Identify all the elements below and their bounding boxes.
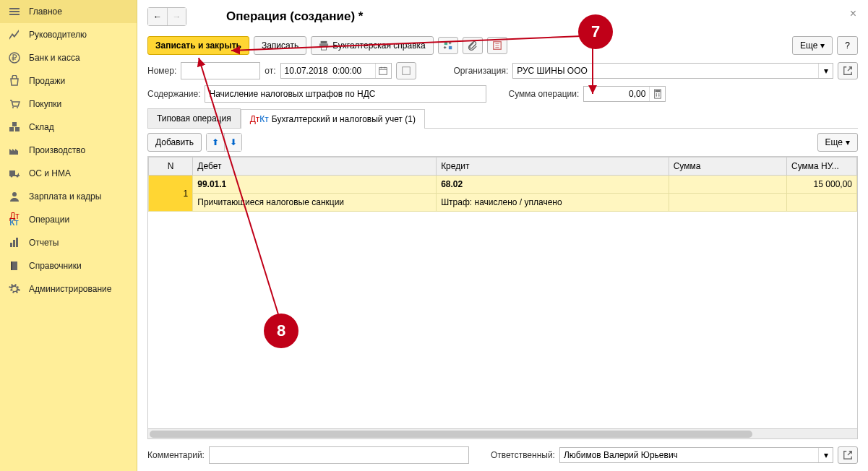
trend-icon [7, 29, 22, 40]
responsible-dropdown-button[interactable]: ▾ [818, 448, 833, 462]
tab-typical-operation[interactable]: Типовая операция [147, 108, 241, 128]
org-dropdown-button[interactable]: ▾ [818, 64, 833, 78]
svg-rect-14 [321, 41, 327, 44]
sum-label: Сумма операции: [508, 89, 579, 99]
sidebar-item-payroll[interactable]: Зарплата и кадры [0, 185, 137, 208]
cell-n[interactable]: 1 [149, 176, 193, 212]
col-sum-nu[interactable]: Сумма НУ... [787, 157, 857, 176]
print-reference-button[interactable]: Бухгалтерская справка [311, 36, 434, 55]
book-icon [7, 260, 22, 272]
comment-input[interactable] [209, 446, 469, 464]
tab-accounting[interactable]: ДтКт Бухгалтерский и налоговый учет (1) [241, 109, 425, 129]
toolbar-action1-button[interactable] [438, 37, 458, 54]
sum-input[interactable] [584, 87, 649, 101]
org-open-button[interactable] [838, 62, 858, 79]
sidebar-item-admin[interactable]: Администрирование [0, 277, 137, 301]
sidebar-item-catalogs[interactable]: Справочники [0, 254, 137, 277]
content-label: Содержание: [147, 89, 200, 99]
sidebar-item-label: ОС и НМА [29, 168, 71, 178]
paperclip-icon [468, 40, 478, 51]
move-down-button[interactable]: ⬇ [224, 134, 241, 151]
sidebar-item-label: Главное [29, 7, 62, 17]
date-field [280, 63, 392, 79]
org-label: Организация: [454, 66, 509, 76]
col-credit[interactable]: Кредит [437, 157, 669, 176]
col-n[interactable]: N [149, 157, 193, 176]
responsible-input[interactable] [560, 448, 818, 462]
svg-rect-21 [402, 67, 410, 75]
sidebar-item-reports[interactable]: Отчеты [0, 231, 137, 254]
cell-sum[interactable] [669, 176, 786, 194]
main-area: ← → Операция (создание) * × Записать и з… [137, 0, 868, 471]
cell-debit-account[interactable]: 99.01.1 [193, 176, 437, 194]
sidebar-item-label: Продажи [29, 76, 65, 86]
save-button[interactable]: Записать [254, 36, 306, 55]
calculator-button[interactable] [649, 87, 665, 101]
save-close-button[interactable]: Записать и закрыть [147, 36, 249, 55]
date-input[interactable] [281, 64, 375, 78]
chevron-down-icon: ▾ [820, 40, 825, 51]
dtkt-icon: ДтКт [7, 214, 22, 225]
sidebar-item-bank[interactable]: ₽Банк и касса [0, 46, 137, 69]
number-input[interactable] [181, 62, 260, 79]
annotation-8: 8 [264, 314, 298, 348]
col-sum[interactable]: Сумма [669, 157, 786, 176]
col-debit[interactable]: Дебет [193, 157, 437, 176]
toolbar-action2-button[interactable] [487, 37, 507, 54]
svg-rect-6 [12, 122, 17, 126]
table-container: N Дебет Кредит Сумма Сумма НУ... 1 99.01… [147, 156, 858, 439]
sidebar-item-purchases[interactable]: Покупки [0, 92, 137, 116]
ruble-icon: ₽ [7, 52, 22, 64]
tabs: Типовая операция ДтКт Бухгалтерский и на… [147, 108, 858, 129]
sidebar-item-label: Банк и касса [29, 53, 80, 63]
close-button[interactable]: × [850, 7, 856, 20]
svg-point-3 [17, 107, 18, 108]
sidebar-item-production[interactable]: Производство [0, 139, 137, 162]
sidebar-item-sales[interactable]: Продажи [0, 69, 137, 92]
org-input[interactable] [513, 64, 818, 78]
nav-back-button[interactable]: ← [148, 8, 167, 25]
sidebar-item-label: Руководителю [29, 30, 87, 40]
person-icon [7, 191, 22, 202]
svg-point-8 [17, 176, 19, 178]
svg-rect-11 [13, 240, 15, 247]
nav-forward-button[interactable]: → [167, 8, 186, 25]
attachment-button[interactable] [463, 37, 483, 54]
sidebar-item-warehouse[interactable]: Склад [0, 116, 137, 139]
cell-credit-account[interactable]: 68.02 [437, 176, 669, 194]
table-row-sub[interactable]: Причитающиеся налоговые санкции Штраф: н… [149, 194, 857, 212]
table-row[interactable]: 1 99.01.1 68.02 15 000,00 [149, 176, 857, 194]
sidebar-item-label: Администрирование [29, 284, 111, 294]
move-up-button[interactable]: ⬆ [207, 134, 224, 151]
svg-text:₽: ₽ [12, 53, 17, 63]
cell-sum-nu[interactable]: 15 000,00 [787, 176, 857, 194]
content-input[interactable] [205, 85, 486, 103]
svg-rect-16 [322, 46, 327, 50]
cell-debit-subconto[interactable]: Причитающиеся налоговые санкции [193, 194, 437, 212]
sidebar-item-manager[interactable]: Руководителю [0, 23, 137, 46]
svg-rect-5 [15, 127, 20, 131]
gear-icon [7, 283, 22, 295]
more-button[interactable]: Еще▾ [792, 36, 833, 55]
comment-label: Комментарий: [147, 450, 205, 460]
sidebar-item-assets[interactable]: ОС и НМА [0, 162, 137, 185]
svg-point-2 [12, 107, 14, 108]
sidebar-item-operations[interactable]: ДтКтОперации [0, 208, 137, 231]
help-button[interactable]: ? [837, 36, 858, 55]
cell-credit-subconto[interactable]: Штраф: начислено / уплачено [437, 194, 669, 212]
sidebar-item-label: Производство [29, 145, 85, 155]
table-more-button[interactable]: Еще▾ [817, 133, 858, 152]
calendar-icon [378, 66, 388, 76]
calendar-button[interactable] [375, 64, 391, 78]
date-extra-button[interactable] [396, 62, 416, 79]
svg-rect-10 [10, 243, 12, 247]
add-row-button[interactable]: Добавить [147, 133, 202, 152]
date-label: от: [265, 66, 275, 76]
bag-icon [7, 75, 22, 87]
responsible-open-button[interactable] [838, 446, 858, 464]
responsible-field: ▾ [559, 447, 833, 463]
horizontal-scrollbar[interactable] [148, 428, 857, 438]
svg-rect-13 [11, 262, 12, 270]
sidebar-item-main[interactable]: Главное [0, 0, 137, 23]
sum-field [583, 86, 666, 102]
